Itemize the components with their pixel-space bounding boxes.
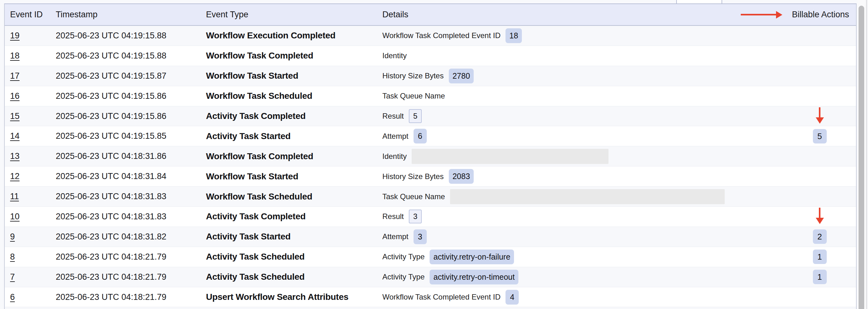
event-type: Workflow Task Scheduled xyxy=(206,86,312,106)
event-id-link[interactable]: 19 xyxy=(10,26,20,46)
detail-cell: Workflow Task Completed Event ID4 xyxy=(382,287,787,307)
arrow-head xyxy=(776,11,782,19)
event-type: Activity Task Completed xyxy=(206,207,306,227)
scrollbar-thumb[interactable] xyxy=(859,6,864,309)
event-id-link[interactable]: 17 xyxy=(10,66,20,86)
detail-cell: History Size Bytes2083 xyxy=(382,167,787,186)
event-timestamp: 2025-06-23 UTC 04:19:15.86 xyxy=(56,106,166,126)
column-header-details: Details xyxy=(382,4,408,25)
event-type: Activity Task Completed xyxy=(206,106,306,126)
billable-actions-cell: 1 xyxy=(806,267,833,287)
table-header-row: Event ID Timestamp Event Type Details Bi… xyxy=(5,4,856,26)
billable-actions-badge: 5 xyxy=(813,129,827,143)
popup-bottom-edge xyxy=(676,0,722,3)
detail-cell: Activity Typeactivity.retry-on-timeout xyxy=(382,267,787,287)
event-type: Activity Task Scheduled xyxy=(206,247,305,267)
detail-cell: History Size Bytes2780 xyxy=(382,66,787,86)
redacted-value xyxy=(412,149,609,164)
scrollbar-track[interactable] xyxy=(857,0,868,309)
detail-label: Result xyxy=(382,112,404,121)
billable-actions-cell: 1 xyxy=(806,247,833,267)
billable-actions-badge: 1 xyxy=(813,270,827,284)
event-id-link[interactable]: 11 xyxy=(10,186,19,206)
table-row[interactable]: 152025-06-23 UTC 04:19:15.86Activity Tas… xyxy=(5,106,856,127)
detail-cell: Attempt6 xyxy=(382,126,787,146)
event-type: Activity Task Started xyxy=(206,227,291,247)
table-row[interactable]: 162025-06-23 UTC 04:19:15.86Workflow Tas… xyxy=(5,86,856,106)
table-row[interactable]: 82025-06-23 UTC 04:18:21.79Activity Task… xyxy=(5,247,856,267)
detail-label: Task Queue Name xyxy=(382,92,445,100)
column-header-event-type: Event Type xyxy=(206,4,248,25)
table-row[interactable]: 172025-06-23 UTC 04:19:15.87Workflow Tas… xyxy=(5,66,856,86)
table-row[interactable]: 102025-06-23 UTC 04:18:31.83Activity Tas… xyxy=(5,207,856,227)
arrow-head xyxy=(816,117,824,124)
detail-cell: Attempt3 xyxy=(382,227,787,247)
detail-value-badge: 2083 xyxy=(449,169,474,184)
next-row-partial xyxy=(5,307,856,309)
arrow-shaft xyxy=(819,208,820,218)
detail-value-badge: 3 xyxy=(413,229,427,244)
detail-label: Workflow Task Completed Event ID xyxy=(382,31,500,40)
event-type: Upsert Workflow Search Attributes xyxy=(206,287,348,307)
detail-cell: Task Queue Name xyxy=(382,186,787,206)
detail-value-badge: 6 xyxy=(413,129,427,143)
event-timestamp: 2025-06-23 UTC 04:19:15.87 xyxy=(56,66,166,86)
event-id-link[interactable]: 13 xyxy=(10,146,20,166)
event-type: Activity Task Scheduled xyxy=(206,267,305,287)
annotation-arrow-down-icon xyxy=(806,208,833,225)
event-history-table: Event ID Timestamp Event Type Details Bi… xyxy=(4,3,857,309)
table-row[interactable]: 92025-06-23 UTC 04:18:31.82Activity Task… xyxy=(5,227,856,247)
event-type: Workflow Task Completed xyxy=(206,46,313,66)
event-id-link[interactable]: 12 xyxy=(10,167,20,186)
page-background-strip xyxy=(0,0,868,3)
detail-cell: Workflow Task Completed Event ID18 xyxy=(382,26,787,46)
event-timestamp: 2025-06-23 UTC 04:19:15.86 xyxy=(56,86,166,106)
table-row[interactable]: 182025-06-23 UTC 04:19:15.88Workflow Tas… xyxy=(5,46,856,66)
event-id-link[interactable]: 8 xyxy=(10,247,15,267)
detail-label: History Size Bytes xyxy=(382,71,444,80)
table-row[interactable]: 192025-06-23 UTC 04:19:15.88Workflow Exe… xyxy=(5,26,856,46)
table-row[interactable]: 112025-06-23 UTC 04:18:31.83Workflow Tas… xyxy=(5,186,856,207)
detail-cell: Identity xyxy=(382,146,787,166)
billable-actions-cell: 5 xyxy=(806,126,833,146)
event-id-link[interactable]: 18 xyxy=(10,46,20,66)
event-timestamp: 2025-06-23 UTC 04:19:15.88 xyxy=(56,46,166,66)
event-id-link[interactable]: 10 xyxy=(10,207,20,227)
event-timestamp: 2025-06-23 UTC 04:19:15.88 xyxy=(56,26,166,46)
event-id-link[interactable]: 14 xyxy=(10,126,20,146)
event-type: Workflow Execution Completed xyxy=(206,26,335,46)
redacted-value xyxy=(450,189,725,204)
detail-cell: Task Queue Name xyxy=(382,86,787,106)
event-type: Workflow Task Started xyxy=(206,167,298,186)
table-row[interactable]: 122025-06-23 UTC 04:18:31.84Workflow Tas… xyxy=(5,167,856,186)
event-timestamp: 2025-06-23 UTC 04:18:31.83 xyxy=(56,207,166,227)
event-id-link[interactable]: 6 xyxy=(10,287,15,307)
billable-actions-badge: 1 xyxy=(813,249,827,264)
detail-label: Identity xyxy=(382,152,407,161)
detail-label: History Size Bytes xyxy=(382,172,444,181)
event-timestamp: 2025-06-23 UTC 04:18:31.82 xyxy=(56,227,166,247)
event-id-link[interactable]: 15 xyxy=(10,106,20,126)
detail-cell: Activity Typeactivity.retry-on-failure xyxy=(382,247,787,267)
detail-value-badge: activity.retry-on-failure xyxy=(430,249,514,264)
event-timestamp: 2025-06-23 UTC 04:19:15.85 xyxy=(56,126,166,146)
detail-value-badge: 18 xyxy=(505,28,522,43)
table-row[interactable]: 132025-06-23 UTC 04:18:31.86Workflow Tas… xyxy=(5,146,856,167)
event-id-link[interactable]: 16 xyxy=(10,86,20,106)
event-id-link[interactable]: 7 xyxy=(10,267,15,287)
table-row[interactable]: 72025-06-23 UTC 04:18:21.79Activity Task… xyxy=(5,267,856,287)
detail-label: Activity Type xyxy=(382,252,425,261)
event-rows: 192025-06-23 UTC 04:19:15.88Workflow Exe… xyxy=(5,26,856,307)
table-row[interactable]: 62025-06-23 UTC 04:18:21.79Upsert Workfl… xyxy=(5,287,856,307)
detail-label: Identity xyxy=(382,51,407,60)
event-timestamp: 2025-06-23 UTC 04:18:31.86 xyxy=(56,146,166,166)
event-history-screen: Event ID Timestamp Event Type Details Bi… xyxy=(0,0,868,309)
annotation-arrow-right-icon xyxy=(741,11,782,19)
detail-cell: Result5 xyxy=(382,106,787,126)
detail-label: Attempt xyxy=(382,132,408,141)
detail-cell: Identity xyxy=(382,46,787,66)
table-row[interactable]: 142025-06-23 UTC 04:19:15.85Activity Tas… xyxy=(5,126,856,146)
detail-label: Activity Type xyxy=(382,273,425,281)
detail-value-badge: 4 xyxy=(505,290,519,305)
event-id-link[interactable]: 9 xyxy=(10,227,15,247)
